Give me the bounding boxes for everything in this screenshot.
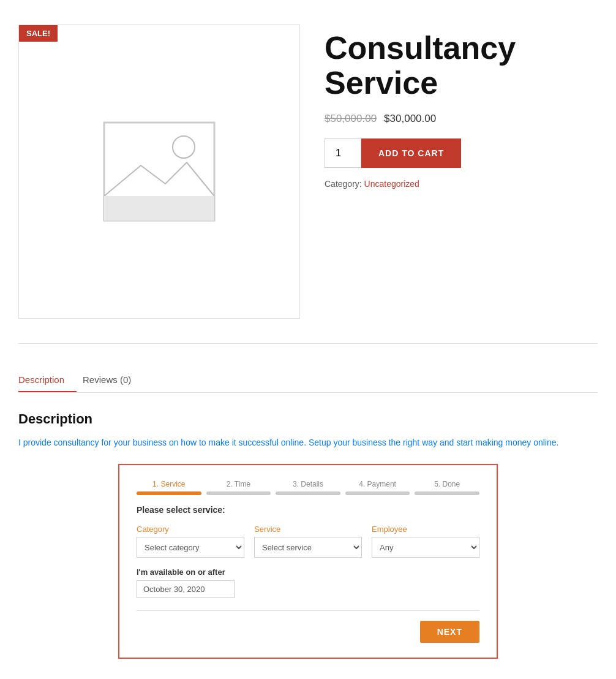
step-time-bar [206, 491, 271, 495]
tab-description[interactable]: Description [18, 368, 77, 392]
quantity-input[interactable] [325, 138, 361, 168]
step-done-bar [415, 491, 479, 495]
tabs-section: Description Reviews (0) [18, 368, 598, 393]
next-btn-row: NEXT [137, 621, 479, 643]
please-select-label: Please select service: [137, 505, 479, 515]
category-field-label: Category [137, 525, 244, 534]
service-select[interactable]: Select service [254, 537, 362, 558]
step-time-label: 2. Time [206, 480, 271, 488]
sale-badge: SALE! [19, 25, 58, 42]
step-details-label: 3. Details [276, 480, 340, 488]
description-heading: Description [18, 411, 598, 427]
description-section: Description I provide consultancy for yo… [18, 411, 598, 659]
product-placeholder-image [98, 116, 220, 227]
svg-rect-2 [104, 196, 214, 221]
step-service-label: 1. Service [137, 480, 201, 488]
available-label: I'm available on or after [137, 567, 479, 577]
employee-field-group: Employee Any [372, 525, 479, 558]
tab-reviews[interactable]: Reviews (0) [83, 368, 143, 392]
employee-field-label: Employee [372, 525, 479, 534]
booking-widget: 1. Service 2. Time 3. Details 4. Payment… [118, 464, 498, 659]
step-done-label: 5. Done [415, 480, 479, 488]
steps-row: 1. Service 2. Time 3. Details 4. Payment… [137, 480, 479, 495]
category-link[interactable]: Uncategorized [364, 179, 419, 189]
price-wrap: $50,000.00 $30,000.00 [325, 113, 598, 125]
step-done: 5. Done [415, 480, 479, 495]
step-payment-bar [345, 491, 410, 495]
product-title: Consultancy Service [325, 31, 598, 101]
description-text: I provide consultancy for your business … [18, 436, 598, 449]
current-price: $30,000.00 [384, 113, 436, 125]
svg-point-1 [173, 136, 195, 158]
available-section: I'm available on or after [137, 567, 479, 598]
step-time: 2. Time [206, 480, 271, 495]
employee-select[interactable]: Any [372, 537, 479, 558]
product-details: Consultancy Service $50,000.00 $30,000.0… [325, 25, 598, 319]
category-label: Category: [325, 179, 362, 189]
step-payment: 4. Payment [345, 480, 410, 495]
step-payment-label: 4. Payment [345, 480, 410, 488]
tabs-nav: Description Reviews (0) [18, 368, 598, 392]
category-info: Category: Uncategorized [325, 179, 598, 189]
service-field-group: Service Select service [254, 525, 362, 558]
step-details-bar [276, 491, 340, 495]
next-button[interactable]: NEXT [420, 621, 479, 643]
add-to-cart-wrap: ADD TO CART [325, 138, 598, 168]
category-select[interactable]: Select category [137, 537, 244, 558]
service-fields-row: Category Select category Service Select … [137, 525, 479, 558]
date-input[interactable] [137, 580, 235, 598]
widget-divider [137, 610, 479, 611]
category-field-group: Category Select category [137, 525, 244, 558]
step-service-bar [137, 491, 201, 495]
step-details: 3. Details [276, 480, 340, 495]
product-image-wrap: SALE! [18, 25, 300, 319]
service-field-label: Service [254, 525, 362, 534]
original-price: $50,000.00 [325, 113, 377, 125]
add-to-cart-button[interactable]: ADD TO CART [361, 138, 461, 168]
product-section: SALE! Consultancy Service $50,000.00 $30… [18, 12, 598, 344]
step-service: 1. Service [137, 480, 201, 495]
